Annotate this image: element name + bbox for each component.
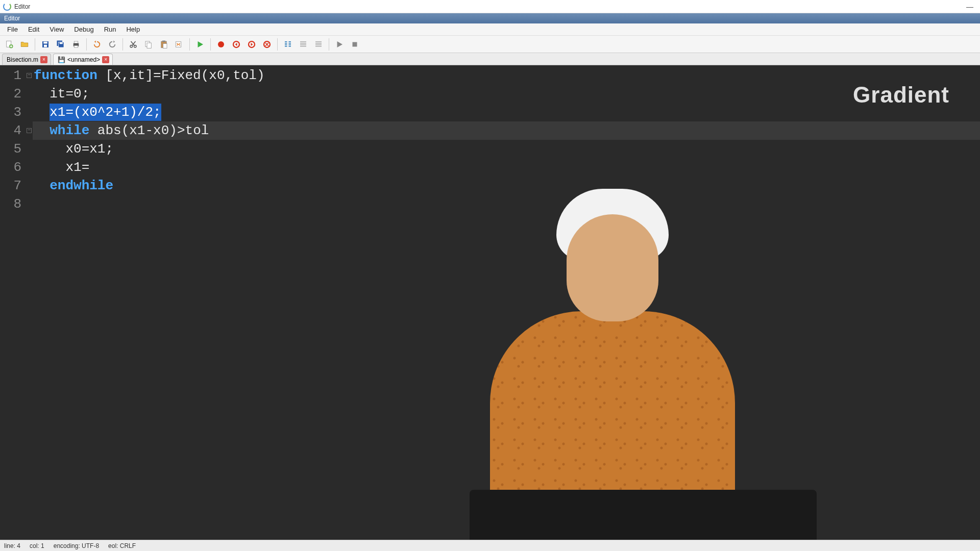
menu-help[interactable]: Help (121, 24, 145, 34)
menu-run[interactable]: Run (99, 24, 121, 34)
toolbar (0, 36, 980, 53)
line-number-gutter: 12345678 (0, 65, 26, 540)
status-eol: eol: CRLF (108, 542, 136, 549)
save-button[interactable] (38, 37, 53, 52)
minimize-button[interactable]: — (963, 2, 977, 12)
toolbar-separator (86, 38, 87, 51)
code-line[interactable] (33, 195, 980, 213)
tab-label: Bisection.m (7, 56, 38, 63)
redo-button[interactable] (105, 37, 119, 52)
code-line[interactable]: function [x,it]=Fixed(x0,tol) (33, 66, 980, 85)
cut-button[interactable] (126, 37, 140, 52)
stop-button[interactable] (348, 37, 362, 52)
copy-button[interactable] (141, 37, 156, 52)
stop-debug-button[interactable] (260, 37, 274, 52)
menu-bar: File Edit View Debug Run Help (0, 23, 980, 36)
status-encoding: encoding: UTF-8 (54, 542, 99, 549)
undo-button[interactable] (90, 37, 104, 52)
app-icon (3, 3, 11, 11)
play-debug-button[interactable] (332, 37, 347, 52)
paste-button[interactable] (157, 37, 171, 52)
panel-title: Editor (4, 15, 20, 22)
svg-rect-3 (43, 41, 47, 43)
print-button[interactable] (69, 37, 83, 52)
file-tab-unnamed[interactable]: 💾 <unnamed> × (53, 54, 113, 65)
step-back-button[interactable] (229, 37, 243, 52)
outdent-block-button[interactable] (296, 37, 310, 52)
close-icon[interactable]: × (102, 56, 109, 63)
code-line[interactable]: x1= (33, 158, 980, 177)
title-bar: Editor — (0, 0, 980, 13)
code-editor[interactable]: 12345678 −− function [x,it]=Fixed(x0,tol… (0, 65, 980, 540)
panel-header: Editor (0, 13, 980, 23)
svg-rect-17 (163, 43, 167, 48)
run-button[interactable] (193, 37, 207, 52)
toolbar-separator (189, 38, 190, 51)
code-line[interactable]: it=0; (33, 85, 980, 103)
new-file-button[interactable] (2, 37, 16, 52)
save-all-button[interactable] (54, 37, 68, 52)
status-col: col: 1 (30, 542, 44, 549)
svg-rect-7 (60, 42, 63, 44)
toolbar-separator (277, 38, 278, 51)
find-replace-button[interactable] (172, 37, 186, 52)
toolbar-separator (329, 38, 329, 51)
tab-bar: Bisection.m × 💾 <unnamed> × (0, 53, 980, 65)
svg-point-19 (218, 41, 224, 47)
status-line: line: 4 (4, 542, 20, 549)
tab-label: <unnamed> (67, 56, 100, 63)
breakpoint-button[interactable] (214, 37, 228, 52)
toolbar-separator (210, 38, 211, 51)
svg-rect-10 (74, 45, 78, 47)
window-title: Editor (14, 3, 30, 10)
comment-block-button[interactable] (311, 37, 326, 52)
svg-rect-4 (44, 44, 47, 47)
save-icon: 💾 (58, 56, 65, 63)
svg-rect-9 (74, 41, 78, 43)
file-tab-bisection[interactable]: Bisection.m × (2, 54, 51, 65)
code-line[interactable]: while abs(x1-x0)>tol (33, 121, 980, 140)
fold-column: −− (26, 65, 33, 540)
indent-block-button[interactable] (281, 37, 295, 52)
step-over-button[interactable] (244, 37, 259, 52)
menu-view[interactable]: View (44, 24, 69, 34)
code-line[interactable]: x1=(x0^2+1)/2; (33, 103, 980, 121)
code-content[interactable]: function [x,it]=Fixed(x0,tol) it=0; x1=(… (33, 65, 980, 540)
menu-debug[interactable]: Debug (69, 24, 99, 34)
svg-rect-16 (162, 40, 165, 42)
svg-rect-14 (147, 43, 151, 48)
watermark-text: Gradient (853, 86, 949, 104)
menu-file[interactable]: File (2, 24, 23, 34)
toolbar-separator (122, 38, 123, 51)
svg-rect-23 (353, 42, 357, 46)
menu-edit[interactable]: Edit (23, 24, 44, 34)
code-line[interactable]: x0=x1; (33, 140, 980, 158)
close-icon[interactable]: × (40, 56, 47, 63)
status-bar: line: 4 col: 1 encoding: UTF-8 eol: CRLF (0, 540, 980, 551)
toolbar-separator (35, 38, 35, 51)
code-line[interactable]: endwhile (33, 177, 980, 195)
open-folder-button[interactable] (17, 37, 32, 52)
